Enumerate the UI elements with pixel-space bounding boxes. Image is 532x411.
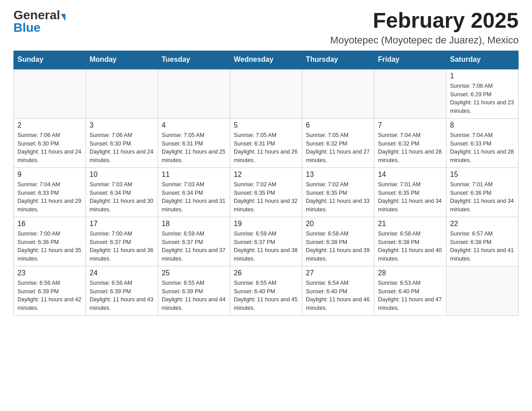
calendar-cell: 3Sunrise: 7:06 AMSunset: 6:30 PMDaylight…	[86, 118, 158, 167]
weekday-header-saturday: Saturday	[446, 51, 519, 68]
calendar-cell	[302, 68, 374, 118]
day-number: 27	[306, 269, 370, 277]
day-number: 2	[17, 121, 82, 129]
day-number: 22	[450, 220, 515, 228]
day-number: 10	[90, 171, 154, 179]
page-header: General Blue February 2025 Moyotepec (Mo…	[13, 9, 519, 46]
month-title: February 2025	[330, 9, 519, 33]
title-section: February 2025 Moyotepec (Moyotepec de Ju…	[330, 9, 519, 46]
day-info: Sunrise: 7:05 AMSunset: 6:32 PMDaylight:…	[306, 131, 370, 165]
day-info: Sunrise: 7:00 AMSunset: 6:37 PMDaylight:…	[90, 230, 154, 263]
calendar-cell: 14Sunrise: 7:01 AMSunset: 6:35 PMDayligh…	[374, 167, 446, 217]
weekday-header-friday: Friday	[374, 51, 446, 68]
day-info: Sunrise: 6:54 AMSunset: 6:40 PMDaylight:…	[306, 279, 370, 313]
calendar-cell	[86, 68, 158, 118]
day-info: Sunrise: 7:03 AMSunset: 6:34 PMDaylight:…	[162, 180, 226, 214]
calendar-cell: 22Sunrise: 6:57 AMSunset: 6:38 PMDayligh…	[446, 217, 519, 266]
day-number: 6	[306, 121, 370, 129]
calendar-cell: 23Sunrise: 6:56 AMSunset: 6:39 PMDayligh…	[14, 266, 86, 315]
calendar-cell: 13Sunrise: 7:02 AMSunset: 6:35 PMDayligh…	[302, 167, 374, 217]
day-number: 16	[17, 220, 82, 228]
calendar-cell: 15Sunrise: 7:01 AMSunset: 6:36 PMDayligh…	[446, 167, 519, 217]
day-number: 28	[378, 269, 442, 277]
weekday-header-row: SundayMondayTuesdayWednesdayThursdayFrid…	[14, 51, 519, 68]
day-number: 19	[234, 220, 298, 228]
calendar-cell: 24Sunrise: 6:56 AMSunset: 6:39 PMDayligh…	[86, 266, 158, 315]
day-number: 12	[234, 171, 298, 179]
weekday-header-tuesday: Tuesday	[158, 51, 230, 68]
day-info: Sunrise: 6:59 AMSunset: 6:37 PMDaylight:…	[234, 230, 298, 263]
calendar-cell: 8Sunrise: 7:04 AMSunset: 6:33 PMDaylight…	[446, 118, 519, 167]
day-info: Sunrise: 6:58 AMSunset: 6:38 PMDaylight:…	[378, 230, 442, 263]
calendar-week-row: 9Sunrise: 7:04 AMSunset: 6:33 PMDaylight…	[14, 167, 519, 217]
day-info: Sunrise: 6:59 AMSunset: 6:37 PMDaylight:…	[162, 230, 226, 263]
calendar-cell: 4Sunrise: 7:05 AMSunset: 6:31 PMDaylight…	[158, 118, 230, 167]
day-number: 8	[450, 121, 515, 129]
day-info: Sunrise: 7:05 AMSunset: 6:31 PMDaylight:…	[162, 131, 226, 165]
weekday-header-thursday: Thursday	[302, 51, 374, 68]
calendar-cell	[14, 68, 86, 118]
logo-triangle-icon	[61, 14, 65, 21]
calendar-cell: 27Sunrise: 6:54 AMSunset: 6:40 PMDayligh…	[302, 266, 374, 315]
day-info: Sunrise: 7:04 AMSunset: 6:33 PMDaylight:…	[17, 180, 82, 214]
calendar-cell	[374, 68, 446, 118]
day-info: Sunrise: 7:04 AMSunset: 6:32 PMDaylight:…	[378, 131, 442, 165]
day-number: 20	[306, 220, 370, 228]
day-info: Sunrise: 7:05 AMSunset: 6:31 PMDaylight:…	[234, 131, 298, 165]
calendar-cell: 28Sunrise: 6:53 AMSunset: 6:40 PMDayligh…	[374, 266, 446, 315]
day-number: 18	[162, 220, 226, 228]
calendar-cell: 9Sunrise: 7:04 AMSunset: 6:33 PMDaylight…	[14, 167, 86, 217]
calendar-cell: 21Sunrise: 6:58 AMSunset: 6:38 PMDayligh…	[374, 217, 446, 266]
day-number: 4	[162, 121, 226, 129]
day-number: 3	[90, 121, 154, 129]
calendar-week-row: 23Sunrise: 6:56 AMSunset: 6:39 PMDayligh…	[14, 266, 519, 315]
day-info: Sunrise: 7:06 AMSunset: 6:30 PMDaylight:…	[90, 131, 154, 165]
logo-text: General	[13, 9, 65, 21]
day-number: 25	[162, 269, 226, 277]
day-number: 5	[234, 121, 298, 129]
day-info: Sunrise: 6:53 AMSunset: 6:40 PMDaylight:…	[378, 279, 442, 313]
day-info: Sunrise: 6:56 AMSunset: 6:39 PMDaylight:…	[90, 279, 154, 313]
logo-general: General	[13, 8, 60, 22]
day-info: Sunrise: 6:57 AMSunset: 6:38 PMDaylight:…	[450, 230, 515, 263]
weekday-header-wednesday: Wednesday	[230, 51, 302, 68]
day-number: 13	[306, 171, 370, 179]
day-number: 26	[234, 269, 298, 277]
calendar-cell: 6Sunrise: 7:05 AMSunset: 6:32 PMDaylight…	[302, 118, 374, 167]
day-info: Sunrise: 7:00 AMSunset: 6:36 PMDaylight:…	[17, 230, 82, 263]
day-info: Sunrise: 6:55 AMSunset: 6:39 PMDaylight:…	[162, 279, 226, 313]
calendar-cell	[446, 266, 519, 315]
calendar-cell: 17Sunrise: 7:00 AMSunset: 6:37 PMDayligh…	[86, 217, 158, 266]
calendar-cell: 11Sunrise: 7:03 AMSunset: 6:34 PMDayligh…	[158, 167, 230, 217]
logo-blue: Blue	[13, 21, 41, 34]
day-info: Sunrise: 7:06 AMSunset: 6:30 PMDaylight:…	[17, 131, 82, 165]
day-number: 24	[90, 269, 154, 277]
day-number: 21	[378, 220, 442, 228]
calendar-cell: 12Sunrise: 7:02 AMSunset: 6:35 PMDayligh…	[230, 167, 302, 217]
day-number: 7	[378, 121, 442, 129]
day-info: Sunrise: 7:04 AMSunset: 6:33 PMDaylight:…	[450, 131, 515, 165]
day-number: 1	[450, 72, 515, 80]
calendar-cell: 1Sunrise: 7:06 AMSunset: 6:29 PMDaylight…	[446, 68, 519, 118]
calendar-cell: 20Sunrise: 6:58 AMSunset: 6:38 PMDayligh…	[302, 217, 374, 266]
weekday-header-monday: Monday	[86, 51, 158, 68]
day-number: 14	[378, 171, 442, 179]
calendar-cell: 26Sunrise: 6:55 AMSunset: 6:40 PMDayligh…	[230, 266, 302, 315]
day-number: 23	[17, 269, 82, 277]
day-info: Sunrise: 6:55 AMSunset: 6:40 PMDaylight:…	[234, 279, 298, 313]
day-info: Sunrise: 7:02 AMSunset: 6:35 PMDaylight:…	[234, 180, 298, 214]
calendar-cell: 5Sunrise: 7:05 AMSunset: 6:31 PMDaylight…	[230, 118, 302, 167]
day-info: Sunrise: 7:06 AMSunset: 6:29 PMDaylight:…	[450, 82, 515, 116]
day-info: Sunrise: 6:58 AMSunset: 6:38 PMDaylight:…	[306, 230, 370, 263]
calendar-week-row: 1Sunrise: 7:06 AMSunset: 6:29 PMDaylight…	[14, 68, 519, 118]
day-number: 9	[17, 171, 82, 179]
calendar-cell: 25Sunrise: 6:55 AMSunset: 6:39 PMDayligh…	[158, 266, 230, 315]
calendar-cell: 19Sunrise: 6:59 AMSunset: 6:37 PMDayligh…	[230, 217, 302, 266]
location-title: Moyotepec (Moyotepec de Juarez), Mexico	[330, 34, 519, 46]
calendar-cell: 10Sunrise: 7:03 AMSunset: 6:34 PMDayligh…	[86, 167, 158, 217]
day-info: Sunrise: 7:01 AMSunset: 6:36 PMDaylight:…	[450, 180, 515, 214]
day-number: 17	[90, 220, 154, 228]
calendar-table: SundayMondayTuesdayWednesdayThursdayFrid…	[13, 51, 519, 316]
calendar-cell: 7Sunrise: 7:04 AMSunset: 6:32 PMDaylight…	[374, 118, 446, 167]
calendar-cell	[158, 68, 230, 118]
